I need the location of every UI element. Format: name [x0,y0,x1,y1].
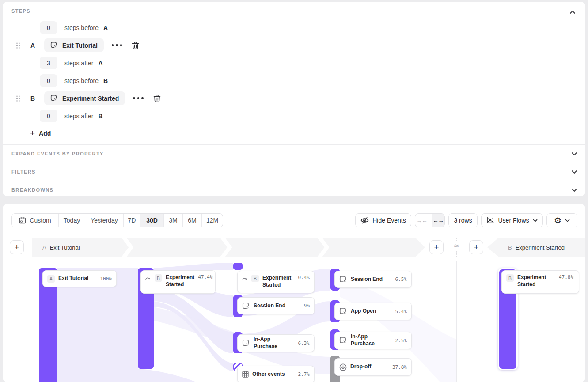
flow-node-app-open[interactable]: App Open 5.4% [334,303,412,320]
more-options-icon[interactable] [111,42,123,48]
section-breakdowns[interactable]: BREAKDOWNS [3,181,585,199]
event-click-icon [50,95,58,102]
date-range-3m[interactable]: 3M [164,214,183,227]
date-range-30d-selected[interactable]: 30D [140,214,164,227]
flow-node-other-events[interactable]: Other events 2.7% [237,366,315,382]
step-letter: A [30,42,36,49]
step-badge: B [251,275,259,282]
add-step-button[interactable]: + Add [30,129,51,137]
step-row-b: B Experiment Started [3,91,161,105]
steps-count-input[interactable]: 0 [40,110,57,122]
hide-events-button[interactable]: Hide Events [355,213,411,227]
chevron-down-icon [571,170,577,174]
flow-bar-experiment-started-small[interactable] [233,263,243,270]
chevron-down-icon [533,219,538,222]
flow-node-experiment-started-final[interactable]: B Experiment Started 47.8% [501,270,579,294]
plus-icon: + [30,129,35,137]
trash-icon[interactable] [132,42,139,49]
flow-node-experiment-started-small[interactable]: B Experiment Started 0.4% [237,271,315,293]
flow-node-drop-off[interactable]: Drop-off 37.8% [334,358,412,376]
event-name: Exit Tutorial [62,42,98,49]
trash-icon[interactable] [153,95,161,102]
flow-node-session-end-2[interactable]: Session End 6.5% [334,271,412,288]
date-range-picker: Custom Today Yesterday 7D 30D 3M 6M 12M [11,213,223,227]
add-step-right-button[interactable]: + [469,240,483,254]
band-chevron-icon [318,238,329,257]
flow-node-experiment-started[interactable]: B Experiment Started 47.4% [140,270,216,294]
flow-header-step-a[interactable]: A Exit Tutorial [42,244,80,251]
drag-handle-icon[interactable] [16,42,20,49]
date-range-yesterday[interactable]: Yesterday [85,214,124,227]
step-letter: B [30,95,36,102]
plus-icon: + [434,242,439,252]
collapse-width-button[interactable]: →← [415,214,428,227]
steps-count-label: steps before [64,24,99,31]
steps-after-b-row: 0 steps after B [40,110,103,122]
steps-after-a-row: 3 steps after A [40,57,103,69]
date-range-custom[interactable]: Custom [12,214,59,227]
user-flows-page: STEPS 0 steps before A A Exit Tutorial [0,0,588,382]
plus-icon: + [14,242,19,252]
steps-before-a-row: 0 steps before A [40,21,108,34]
plus-icon: + [474,242,478,252]
curved-arrow-icon [242,276,248,281]
width-toggle: →← ←→ [415,213,445,227]
step-badge: B [506,274,514,282]
step-ref-letter: A [103,24,108,31]
steps-count-input[interactable]: 0 [40,74,57,87]
date-range-12m[interactable]: 12M [202,214,223,227]
date-range-7d[interactable]: 7D [124,214,140,227]
step-ref-letter: B [103,77,108,84]
drop-off-icon [339,363,347,371]
steps-section-title: STEPS [11,8,30,14]
event-name: Experiment Started [62,95,119,102]
chevron-up-icon [569,10,576,14]
step-ref-letter: A [98,60,102,67]
date-range-6m[interactable]: 6M [183,214,202,227]
steps-panel: STEPS 0 steps before A A Exit Tutorial [3,2,585,196]
gear-icon: ⚙ [554,216,561,225]
settings-dropdown[interactable]: ⚙ [546,213,577,227]
band-chevron-icon [220,238,232,257]
steps-before-b-row: 0 steps before B [40,74,108,87]
steps-count-label: steps after [64,113,93,120]
event-click-icon [242,302,250,310]
step-row-a: A Exit Tutorial [3,38,139,52]
chevron-down-icon [571,152,577,156]
flow-node-session-end[interactable]: Session End 9% [237,297,315,314]
more-options-icon[interactable] [132,95,144,101]
rows-count-button[interactable]: 3 rows [448,213,478,227]
calendar-icon [19,217,26,224]
approx-break-icon: ≈ [452,241,461,251]
band-chevron-icon [122,238,133,257]
steps-count-input[interactable]: 0 [40,21,57,34]
section-expand-events[interactable]: EXPAND EVENTS BY PROPERTY [3,144,585,163]
flow-header-band-right: B Experiment Started [487,238,585,257]
flow-header-band: A Exit Tutorial [32,238,425,257]
event-click-icon [339,337,347,344]
event-click-icon [242,339,250,347]
flow-node-exit-tutorial[interactable]: A Exit Tutorial 100% [42,270,117,287]
event-picker-button[interactable]: Exit Tutorial [44,38,104,52]
date-range-today[interactable]: Today [59,214,85,227]
view-type-dropdown[interactable]: User Flows [481,213,543,227]
steps-count-input[interactable]: 3 [40,57,57,69]
event-click-icon [339,276,347,284]
flow-header-step-b[interactable]: B Experiment Started [508,244,565,251]
event-picker-button[interactable]: Experiment Started [44,91,125,105]
report-panel: Custom Today Yesterday 7D 30D 3M 6M 12M … [3,204,585,382]
drag-handle-icon[interactable] [16,95,20,102]
flow-node-in-app-purchase-2[interactable]: In-App Purchase 2.5% [334,332,412,349]
add-column-left-button[interactable]: + [10,240,24,254]
steps-count-label: steps after [64,60,93,67]
add-step-between-button[interactable]: + [429,240,444,254]
collapse-steps-button[interactable] [569,8,578,15]
chevron-down-icon [571,188,577,192]
step-badge: A [47,275,55,283]
expand-width-button[interactable]: ←→ [432,214,444,227]
flow-node-in-app-purchase[interactable]: In-App Purchase 6.3% [237,334,315,352]
steps-count-label: steps before [64,77,99,84]
chevron-down-icon [565,219,570,222]
section-filters[interactable]: FILTERS [3,163,585,181]
eye-off-icon [360,217,369,224]
